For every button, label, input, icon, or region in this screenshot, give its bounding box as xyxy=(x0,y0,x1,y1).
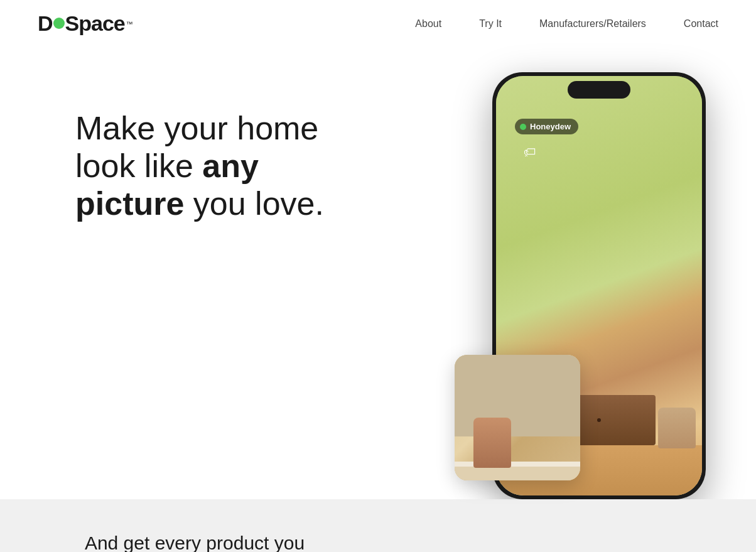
hero-section: Make your home look like any picture you… xyxy=(0,47,756,499)
honeydew-label: Honeydew xyxy=(530,122,571,131)
nav-link-about[interactable]: About xyxy=(415,18,441,29)
nav-link-contact[interactable]: Contact xyxy=(684,18,718,29)
nav-link-manufacturers[interactable]: Manufacturers/Retailers xyxy=(539,18,646,29)
color-chip-honeydew: Honeydew xyxy=(515,119,578,134)
hero-text: Make your home look like any picture you… xyxy=(75,85,352,222)
bottom-left: And get every product you need with a cl… xyxy=(75,531,314,552)
honeydew-dot xyxy=(520,124,526,130)
hero-headline: Make your home look like any picture you… xyxy=(75,110,352,222)
navbar: DSpace™ About Try It Manufacturers/Retai… xyxy=(0,0,756,47)
bottom-section: And get every product you need with a cl… xyxy=(0,499,756,552)
logo-dot xyxy=(53,18,65,29)
card-floor xyxy=(455,465,580,480)
bottom-tagline: And get every product you need with a cl… xyxy=(75,531,314,552)
nav-link-try-it[interactable]: Try It xyxy=(479,18,502,29)
honeydew-tag-icon: 🏷 xyxy=(524,145,536,160)
nav-links: About Try It Manufacturers/Retailers Con… xyxy=(415,18,718,30)
card-room-bg xyxy=(455,355,580,480)
logo-trademark: ™ xyxy=(126,20,132,28)
floating-room-card xyxy=(455,355,580,480)
phone-mockup-wrapper: Honeydew 🏷 Sandshore 🏷 xyxy=(429,72,731,499)
logo[interactable]: DSpace™ xyxy=(38,11,132,36)
sofa xyxy=(658,408,696,448)
dynamic-island xyxy=(568,81,630,99)
card-chair xyxy=(473,418,511,468)
